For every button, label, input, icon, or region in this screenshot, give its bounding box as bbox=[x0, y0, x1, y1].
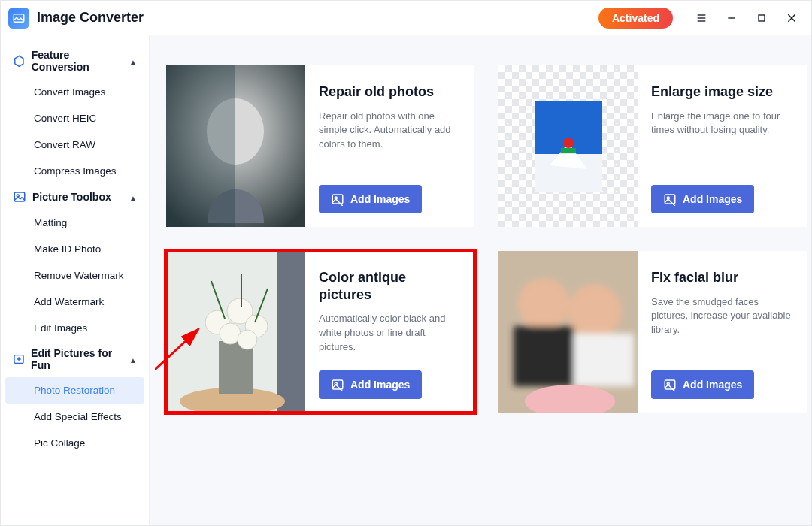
feature-card-enlarge-image-size: Enlarge image size Enlarge the image one… bbox=[498, 65, 807, 227]
card-desc: Enlarge the image one to four times with… bbox=[651, 110, 793, 138]
close-icon[interactable] bbox=[780, 6, 804, 30]
picture-icon bbox=[663, 192, 677, 206]
svg-rect-9 bbox=[14, 192, 25, 201]
chevron-up-icon bbox=[129, 353, 137, 365]
sidebar-section-edit-pictures-for-fun[interactable]: Edit Pictures for Fun bbox=[5, 341, 144, 377]
feature-card-repair-old-photos: Repair old photos Repair old photos with… bbox=[166, 65, 474, 227]
status-pill[interactable]: Activated bbox=[598, 8, 673, 29]
svg-marker-8 bbox=[15, 56, 23, 66]
sidebar-item-convert-heic[interactable]: Convert HEIC bbox=[5, 105, 144, 132]
sidebar-item-edit-images[interactable]: Edit Images bbox=[5, 315, 144, 341]
sparkle-icon bbox=[13, 352, 25, 366]
sidebar-item-pic-collage[interactable]: Pic Collage bbox=[5, 430, 144, 456]
app-logo-icon bbox=[8, 8, 29, 29]
card-desc: Automatically color black and white phot… bbox=[319, 312, 461, 355]
card-thumb bbox=[498, 251, 638, 413]
svg-rect-5 bbox=[759, 15, 765, 21]
chevron-up-icon bbox=[129, 191, 137, 203]
card-grid: Repair old photos Repair old photos with… bbox=[166, 65, 799, 413]
sidebar-item-add-special-effects[interactable]: Add Special Effects bbox=[5, 404, 144, 430]
svg-rect-26 bbox=[277, 251, 305, 413]
sidebar-item-compress-images[interactable]: Compress Images bbox=[5, 158, 144, 184]
svg-rect-43 bbox=[574, 334, 634, 386]
sidebar-section-label: Picture Toolbox bbox=[32, 191, 111, 203]
card-desc: Save the smudged faces pictures, increas… bbox=[651, 295, 793, 338]
add-images-button[interactable]: Add Images bbox=[651, 185, 754, 213]
chevron-up-icon bbox=[129, 55, 137, 67]
add-images-label: Add Images bbox=[683, 379, 742, 391]
card-title: Fix facial blur bbox=[651, 269, 793, 286]
card-desc: Repair old photos with one simple click.… bbox=[319, 110, 461, 153]
add-images-button[interactable]: Add Images bbox=[319, 185, 422, 213]
sidebar-item-convert-images[interactable]: Convert Images bbox=[5, 79, 144, 105]
app-title: Image Converter bbox=[37, 10, 144, 26]
sidebar-item-matting[interactable]: Matting bbox=[5, 210, 144, 236]
card-thumb bbox=[166, 251, 305, 413]
svg-point-41 bbox=[568, 284, 622, 338]
picture-icon bbox=[663, 378, 677, 391]
sidebar-item-photo-restoration[interactable]: Photo Restoration bbox=[5, 377, 144, 404]
svg-rect-15 bbox=[332, 195, 343, 204]
sidebar-item-make-id-photo[interactable]: Make ID Photo bbox=[5, 236, 144, 262]
picture-icon bbox=[331, 192, 344, 206]
sidebar-item-remove-watermark[interactable]: Remove Watermark bbox=[5, 262, 144, 289]
svg-point-40 bbox=[518, 278, 569, 329]
card-title: Color antique pictures bbox=[319, 269, 461, 303]
add-images-label: Add Images bbox=[350, 193, 410, 205]
hamburger-icon[interactable] bbox=[689, 6, 714, 30]
sidebar-section-picture-toolbox[interactable]: Picture Toolbox bbox=[5, 184, 144, 210]
card-title: Enlarge image size bbox=[651, 83, 793, 101]
add-images-button[interactable]: Add Images bbox=[319, 370, 422, 399]
svg-point-33 bbox=[238, 330, 257, 349]
svg-rect-22 bbox=[665, 195, 675, 204]
svg-rect-42 bbox=[514, 326, 574, 386]
svg-rect-45 bbox=[665, 380, 675, 389]
maximize-icon[interactable] bbox=[750, 6, 774, 30]
svg-point-20 bbox=[563, 138, 574, 148]
app-window: Image Converter Activated Feature Conver… bbox=[0, 0, 812, 526]
sidebar-section-label: Feature Conversion bbox=[32, 49, 123, 73]
sidebar-item-convert-raw[interactable]: Convert RAW bbox=[5, 132, 144, 158]
svg-rect-37 bbox=[332, 380, 343, 389]
svg-rect-14 bbox=[166, 65, 235, 227]
card-thumb bbox=[498, 65, 638, 227]
add-images-label: Add Images bbox=[350, 379, 410, 391]
feature-card-fix-facial-blur: Fix facial blur Save the smudged faces p… bbox=[498, 251, 807, 413]
card-title: Repair old photos bbox=[319, 83, 461, 101]
sidebar-item-add-watermark[interactable]: Add Watermark bbox=[5, 289, 144, 315]
content-area: Repair old photos Repair old photos with… bbox=[150, 35, 811, 525]
add-images-button[interactable]: Add Images bbox=[651, 370, 754, 399]
card-thumb bbox=[166, 65, 305, 227]
sidebar-section-feature-conversion[interactable]: Feature Conversion bbox=[5, 43, 144, 79]
sidebar-section-label: Edit Pictures for Fun bbox=[31, 347, 123, 371]
title-bar: Image Converter Activated bbox=[1, 1, 811, 35]
svg-rect-21 bbox=[561, 148, 576, 153]
sidebar: Feature Conversion Convert Images Conver… bbox=[1, 35, 150, 525]
minimize-icon[interactable] bbox=[720, 6, 744, 30]
picture-icon bbox=[331, 378, 344, 391]
feature-card-color-antique-pictures: Color antique pictures Automatically col… bbox=[166, 251, 474, 413]
hexagon-icon bbox=[13, 54, 26, 68]
add-images-label: Add Images bbox=[683, 193, 742, 205]
picture-icon bbox=[13, 190, 26, 204]
